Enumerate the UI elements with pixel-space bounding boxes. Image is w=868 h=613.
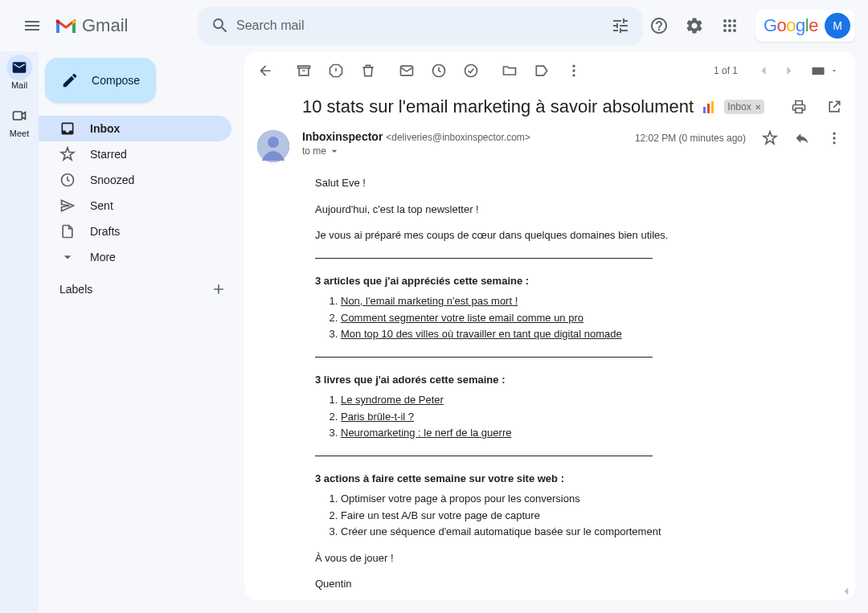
sidebar-item-label: Snoozed: [90, 174, 134, 186]
compose-button[interactable]: Compose: [45, 58, 156, 103]
sidebar-item-more[interactable]: More: [39, 244, 231, 270]
body-intro-1: Aujourd'hui, c'est la top newsletter !: [315, 202, 829, 218]
sidebar-item-label: Sent: [90, 199, 113, 212]
sidebar-item-sent[interactable]: Sent: [39, 193, 231, 219]
gmail-logo-icon: [55, 17, 77, 35]
message-more-button[interactable]: [826, 130, 842, 146]
remove-label-button[interactable]: ✕: [755, 103, 761, 112]
delete-button[interactable]: [360, 63, 376, 79]
email-subject: 10 stats sur l'email marketing à savoir …: [302, 96, 716, 117]
body-closing-1: À vous de jouer !: [315, 550, 829, 566]
article-link[interactable]: Non, l'email marketing n'est pas mort !: [341, 295, 518, 307]
search-options-button[interactable]: [604, 10, 637, 42]
action-item: Créer une séquence d'email automatique b…: [341, 524, 829, 540]
sender-email: <deliveries@inboxinspector.com>: [386, 132, 530, 143]
sidebar-item-label: Inbox: [90, 122, 120, 135]
sidebar-item-snoozed[interactable]: Snoozed: [39, 167, 231, 193]
bar-chart-emoji-icon: [702, 100, 716, 115]
svg-rect-11: [711, 101, 714, 113]
add-task-icon: [463, 63, 479, 79]
hamburger-icon: [23, 16, 42, 35]
book-link[interactable]: Neuromarketing : le nerf de la guerre: [341, 427, 511, 439]
side-panel-toggle[interactable]: [839, 584, 854, 599]
mail-unread-icon: [399, 63, 415, 79]
search-icon: [211, 16, 230, 35]
pencil-icon: [61, 71, 79, 90]
add-to-tasks-button[interactable]: [463, 63, 479, 79]
article-link[interactable]: Mon top 10 des villes où travailler en t…: [341, 328, 622, 340]
star-outline-icon: [762, 130, 778, 146]
move-to-button[interactable]: [502, 63, 518, 79]
svg-point-13: [268, 137, 279, 148]
rail-meet[interactable]: Meet: [0, 103, 39, 138]
labels-header-row: Labels: [39, 270, 244, 304]
nav-list: Inbox Starred Snoozed Sent Drafts: [39, 116, 244, 270]
apps-button[interactable]: [714, 10, 746, 42]
back-button[interactable]: [257, 63, 273, 79]
book-link[interactable]: Le syndrome de Peter: [341, 394, 444, 406]
chevron-left-icon: [755, 63, 772, 79]
apps-grid-icon: [720, 16, 739, 35]
open-in-new-icon: [826, 99, 842, 115]
newer-button[interactable]: [751, 63, 776, 79]
svg-rect-0: [14, 112, 23, 120]
svg-rect-8: [813, 67, 825, 75]
message-body: Salut Eve ! Aujourd'hui, c'est la top ne…: [315, 175, 829, 600]
more-actions-button[interactable]: [566, 63, 582, 79]
sidebar-item-drafts[interactable]: Drafts: [39, 219, 231, 244]
book-link[interactable]: Paris brûle-t-il ?: [341, 411, 414, 423]
input-tools-dropdown[interactable]: [826, 63, 842, 79]
snooze-button[interactable]: [431, 63, 447, 79]
input-tools-button[interactable]: [810, 63, 826, 79]
open-new-window-button[interactable]: [826, 99, 842, 115]
labels-button[interactable]: [534, 63, 550, 79]
account-avatar[interactable]: M: [825, 13, 850, 39]
rail-mail-label: Mail: [11, 80, 27, 90]
to-me-text: to me: [302, 145, 326, 157]
sidebar: Compose Inbox Starred Snoozed Sent: [39, 51, 244, 613]
mail-icon: [11, 59, 27, 76]
gear-icon: [685, 16, 704, 35]
label-icon: [534, 63, 550, 79]
rail-mail[interactable]: Mail: [0, 55, 39, 90]
settings-button[interactable]: [678, 10, 710, 42]
sidebar-item-starred[interactable]: Starred: [39, 141, 231, 167]
article-link[interactable]: Comment segmenter votre liste email comm…: [341, 312, 583, 324]
header: Gmail Google M: [0, 0, 868, 51]
archive-button[interactable]: [296, 63, 312, 79]
inbox-label-chip[interactable]: Inbox ✕: [724, 100, 764, 114]
reply-icon-button[interactable]: [794, 130, 810, 146]
person-icon: [257, 130, 289, 162]
chevron-right-icon: [781, 63, 797, 79]
report-spam-button[interactable]: [328, 63, 344, 79]
sender-avatar[interactable]: [257, 130, 289, 162]
rail-meet-label: Meet: [10, 129, 29, 138]
recipient-line[interactable]: to me: [302, 145, 635, 157]
mark-unread-button[interactable]: [399, 63, 415, 79]
sender-name: Inboxinspector: [302, 130, 383, 143]
body-intro-2: Je vous ai préparé mes coups de cœur dan…: [315, 227, 829, 243]
reply-icon: [794, 130, 810, 146]
google-account-chip[interactable]: Google M: [755, 10, 855, 42]
inbox-chip-text: Inbox: [727, 101, 751, 112]
sidebar-item-label: Starred: [90, 148, 127, 161]
search-input[interactable]: [236, 18, 604, 33]
gmail-logo[interactable]: Gmail: [55, 10, 142, 42]
search-button[interactable]: [204, 10, 236, 42]
labels-header: Labels: [59, 283, 92, 296]
folder-move-icon: [502, 63, 518, 79]
sender-line: Inboxinspector <deliveries@inboxinspecto…: [302, 130, 635, 143]
main-menu-button[interactable]: [13, 6, 51, 45]
support-button[interactable]: [643, 10, 675, 42]
sidebar-item-inbox[interactable]: Inbox: [39, 116, 231, 141]
print-button[interactable]: [791, 99, 807, 115]
section-2-list: Le syndrome de Peter Paris brûle-t-il ? …: [341, 392, 829, 441]
search-bar[interactable]: [198, 6, 643, 45]
divider: [315, 357, 653, 358]
star-message-button[interactable]: [762, 130, 778, 146]
help-icon: [649, 16, 669, 35]
send-icon: [59, 198, 76, 214]
add-label-button[interactable]: [211, 281, 227, 297]
print-icon: [791, 99, 807, 115]
older-button[interactable]: [776, 63, 802, 79]
